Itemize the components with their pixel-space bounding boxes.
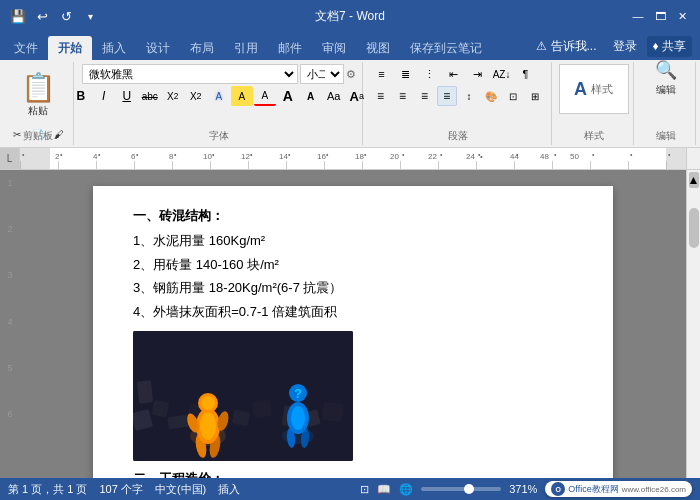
tab-review[interactable]: 审阅	[312, 36, 356, 60]
scroll-up-button[interactable]: ▲	[689, 172, 699, 188]
vertical-scrollbar[interactable]: ▲	[686, 170, 700, 478]
tell-me-button[interactable]: ⚠ 告诉我...	[530, 36, 602, 57]
edit-group: 🔍 编辑 编辑	[636, 62, 696, 145]
edit-mode: 插入	[218, 482, 240, 497]
font-group: 微软雅黑 小二 ⚙ B I U abc X2 X2 A A A A A Aa	[76, 62, 363, 145]
cjk-indent-button[interactable]: ⊞	[525, 86, 545, 106]
paragraph-group: ≡ ≣ ⋮ ⇤ ⇥ AZ↓ ¶ ≡ ≡ ≡ ≡ ↕ 🎨 ⊡ ⊞ 段落	[365, 62, 552, 145]
ribbon-right-actions: ⚠ 告诉我... 登录 ♦ 共享	[522, 32, 700, 60]
tab-refs[interactable]: 引用	[224, 36, 268, 60]
styles-label: 样式	[554, 129, 633, 143]
fill-color-button[interactable]: 🎨	[481, 86, 501, 106]
font-size-up-button[interactable]: A	[277, 86, 299, 106]
watermark-url: www.office26.com	[622, 485, 686, 494]
increase-indent-button[interactable]: ⇥	[467, 64, 489, 84]
font-size-select[interactable]: 小二	[300, 64, 344, 84]
zoom-level: 371%	[509, 483, 537, 495]
numbered-list-button[interactable]: ≣	[395, 64, 417, 84]
svg-text:44: 44	[510, 152, 519, 161]
superscript-button[interactable]: X2	[185, 86, 207, 106]
view-read-icon[interactable]: 📖	[377, 483, 391, 496]
svg-text:2: 2	[55, 152, 60, 161]
window-controls: — 🗖 ✕	[628, 6, 692, 26]
font-options-icon[interactable]: ⚙	[346, 68, 356, 81]
italic-button[interactable]: I	[93, 86, 115, 106]
document-scroll[interactable]: 一、砖混结构： 1、水泥用量 160Kg/m² 2、用砖量 140-160 块/…	[20, 170, 686, 478]
clipboard-label: 剪贴板	[4, 129, 73, 143]
list-buttons-row: ≡ ≣ ⋮ ⇤ ⇥ AZ↓ ¶	[371, 64, 545, 84]
tab-cloud[interactable]: 保存到云笔记	[400, 36, 492, 60]
underline-button[interactable]: U	[116, 86, 138, 106]
restore-button[interactable]: 🗖	[650, 6, 670, 26]
align-right-button[interactable]: ≡	[415, 86, 435, 106]
svg-rect-21	[152, 400, 169, 417]
tab-mail[interactable]: 邮件	[268, 36, 312, 60]
scroll-thumb[interactable]	[689, 208, 699, 248]
font-size-down-button[interactable]: A	[300, 86, 322, 106]
svg-rect-29	[322, 402, 343, 422]
tab-layout[interactable]: 布局	[180, 36, 224, 60]
save-icon[interactable]: 💾	[8, 6, 28, 26]
ruler: • 2 4 6 8 10 12 14 16 18 20 22 24 •	[20, 148, 686, 169]
word-count: 107 个字	[99, 482, 142, 497]
line-spacing-button[interactable]: ↕	[459, 86, 479, 106]
tab-design[interactable]: 设计	[136, 36, 180, 60]
align-center-button[interactable]: ≡	[393, 86, 413, 106]
zoom-handle[interactable]	[464, 484, 474, 494]
clipboard-group-content: 📋 粘贴 ✂ 📄 🖌	[7, 64, 69, 158]
share-button[interactable]: ♦ 共享	[647, 36, 692, 57]
doc-item-2: 2、用砖量 140-160 块/m²	[133, 255, 573, 276]
paste-icon: 📋	[21, 71, 56, 104]
justify-button[interactable]: ≡	[437, 86, 457, 106]
language: 中文(中国)	[155, 482, 206, 497]
svg-point-37	[201, 396, 215, 410]
font-color-button[interactable]: A	[254, 86, 276, 106]
strikethrough-button[interactable]: abc	[139, 86, 161, 106]
multilevel-list-button[interactable]: ⋮	[419, 64, 441, 84]
font-name-row: 微软雅黑 小二 ⚙	[82, 64, 356, 84]
bold-button[interactable]: B	[70, 86, 92, 106]
more-qat-icon[interactable]: ▾	[80, 6, 100, 26]
subscript-button[interactable]: X2	[162, 86, 184, 106]
view-web-icon[interactable]: 🌐	[399, 483, 413, 496]
highlight-button[interactable]: A	[231, 86, 253, 106]
ribbon-tabs: 文件 开始 插入 设计 布局 引用 邮件 审阅 视图 保存到云笔记 ⚠ 告诉我.…	[0, 32, 700, 60]
border-button[interactable]: ⊡	[503, 86, 523, 106]
sort-button[interactable]: AZ↓	[491, 64, 513, 84]
office-icon: O	[551, 482, 565, 496]
align-left-button[interactable]: ≡	[371, 86, 391, 106]
font-name-select[interactable]: 微软雅黑	[82, 64, 298, 84]
svg-text:10: 10	[203, 152, 212, 161]
zoom-slider[interactable]	[421, 487, 501, 491]
close-button[interactable]: ✕	[672, 6, 692, 26]
redo-icon[interactable]: ↺	[56, 6, 76, 26]
editing-button[interactable]: 🔍 编辑	[641, 64, 691, 92]
doc-item-4: 4、外墙抹灰面积=0.7-1 倍建筑面积	[133, 302, 573, 323]
styles-gallery[interactable]: A 样式	[559, 64, 629, 114]
bullets-button[interactable]: ≡	[371, 64, 393, 84]
svg-text:48: 48	[540, 152, 549, 161]
svg-text:24: 24	[466, 152, 475, 161]
minimize-button[interactable]: —	[628, 6, 648, 26]
ruler-right	[686, 148, 700, 169]
paste-button[interactable]: 📋 粘贴	[16, 64, 60, 124]
svg-text:•: •	[480, 152, 483, 161]
svg-text:50: 50	[570, 152, 579, 161]
edit-icon: 🔍	[655, 59, 677, 81]
login-button[interactable]: 登录	[607, 36, 643, 57]
tab-file[interactable]: 文件	[4, 36, 48, 60]
text-effect-button[interactable]: A	[208, 86, 230, 106]
watermark-badge: O Office教程网 www.office26.com	[545, 481, 692, 497]
tab-home[interactable]: 开始	[48, 36, 92, 60]
decrease-indent-button[interactable]: ⇤	[443, 64, 465, 84]
tab-insert[interactable]: 插入	[92, 36, 136, 60]
clear-format-button[interactable]: Aa	[323, 86, 345, 106]
show-marks-button[interactable]: ¶	[515, 64, 537, 84]
document-page[interactable]: 一、砖混结构： 1、水泥用量 160Kg/m² 2、用砖量 140-160 块/…	[93, 186, 613, 478]
undo-icon[interactable]: ↩	[32, 6, 52, 26]
svg-text:20: 20	[390, 152, 399, 161]
document-area: 123456 一、砖混结构： 1、水泥用量 160Kg/m² 2、用砖量 140…	[0, 170, 700, 478]
font-label: 字体	[76, 129, 362, 143]
tab-view[interactable]: 视图	[356, 36, 400, 60]
view-normal-icon[interactable]: ⊡	[360, 483, 369, 496]
